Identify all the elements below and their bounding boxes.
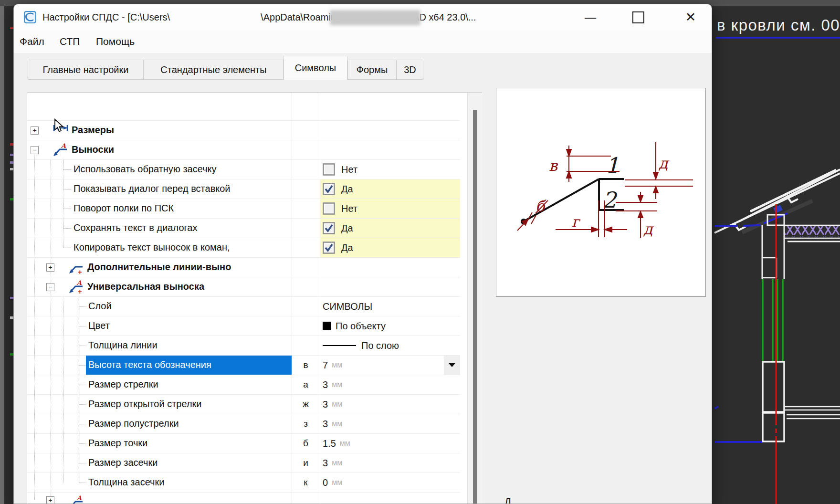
value-cell[interactable]: 1.5мм (320, 434, 460, 453)
symbol-preview-panel: 1 2 (496, 88, 706, 297)
tree-row-толщина-засечки[interactable]: Толщина засечкик0мм (27, 473, 482, 493)
expand-plus-box[interactable]: + (46, 263, 54, 272)
tree-item-label: Высота текста обозначения (88, 359, 211, 370)
expand-plus-box[interactable]: + (46, 496, 54, 504)
value-cell[interactable]: Нет (320, 199, 460, 218)
tree-item-label: Цвет (88, 320, 110, 331)
value-cell[interactable]: 3мм (320, 453, 460, 472)
tree-connector (63, 248, 71, 249)
left-panel-edge (0, 6, 4, 504)
tree-row-размер-полустрелки[interactable]: Размер полустрелкиз3мм (27, 414, 482, 434)
tree-item-label: Толщина засечки (88, 477, 164, 488)
tree-row-толщина-линии[interactable]: Толщина линииПо слою (27, 336, 482, 356)
value-cell[interactable]: По объекту (320, 316, 460, 336)
value-cell[interactable]: Да (320, 179, 460, 199)
number-value: 3 (323, 399, 328, 410)
collapse-minus-box[interactable]: − (46, 283, 54, 291)
leader-plus-icon: + (67, 261, 85, 275)
spds-settings-dialog: Настройки СПДС - [C:\Users\\AppData\Roam… (13, 4, 712, 504)
checkbox-checked[interactable] (323, 183, 335, 195)
svg-text:+: + (78, 268, 82, 275)
tree-row-слой[interactable]: СлойСИМВОЛЫ (27, 297, 482, 316)
scrollbar-thumb[interactable] (473, 110, 477, 504)
tree-row-размер-точки[interactable]: Размер точкиб1.5мм (27, 434, 482, 453)
title-bar[interactable]: Настройки СПДС - [C:\Users\\AppData\Roam… (14, 4, 712, 30)
tree-connector (63, 189, 71, 190)
scrollbar-track[interactable] (467, 93, 482, 504)
tree-row-универсальная-выноска[interactable]: −A+Универсальная выноска (27, 277, 482, 297)
menu-item-3[interactable]: Помощь (96, 30, 135, 53)
tree-item-label: Поворот полки по ПСК (74, 203, 174, 214)
maximize-button[interactable] (624, 4, 652, 30)
tree-connector (63, 228, 71, 229)
bool-value-text: Да (341, 223, 353, 234)
lineweight-sample (323, 345, 356, 346)
value-cell[interactable]: 0мм (320, 473, 460, 492)
menu-item-2[interactable]: СТП (60, 30, 80, 53)
tab-главные-настройки[interactable]: Главные настройки (28, 60, 144, 80)
parameter-letter: а (292, 379, 320, 390)
expand-plus-box[interactable]: + (31, 126, 39, 135)
tree-row-дополнительные-линии-выно[interactable]: ++Дополнительные линии-выно (27, 258, 482, 277)
grid-divider (320, 93, 320, 504)
maximize-icon (632, 11, 644, 23)
tree-row-размер-засечки[interactable]: Размер засечкии3мм (27, 453, 482, 473)
tree-row-размеры[interactable]: +Размеры (27, 121, 482, 140)
checkbox-checked[interactable] (323, 242, 335, 254)
value-cell[interactable]: По слою (320, 336, 460, 355)
checkbox-unchecked[interactable] (323, 163, 335, 176)
tree-row-использовать-обратную-засечку[interactable]: Использовать обратную засечкуНет (27, 160, 482, 179)
label-d-bottom: д (643, 220, 654, 238)
checkbox-unchecked[interactable] (323, 202, 335, 215)
tree-item-label: Сохранять текст в диалогах (74, 222, 198, 233)
label-v: в (549, 157, 558, 175)
value-cell[interactable]: 3мм (320, 414, 460, 433)
bool-value-text: Да (341, 242, 353, 253)
checkbox-checked[interactable] (323, 222, 335, 234)
value-cell[interactable]: 3мм (320, 375, 460, 394)
tree-connector (79, 404, 86, 405)
tree-row-размер-стрелки[interactable]: Размер стрелкиа3мм (27, 375, 482, 395)
tree-item-label: Показывать диалог перед вставкой (74, 183, 231, 194)
menu-item-1[interactable]: Файл (20, 30, 44, 53)
tree-item-label: Копировать текст выносок в коман, (74, 242, 230, 253)
app-icon (23, 10, 37, 24)
tree-row[interactable]: +A (27, 493, 482, 504)
tree-row (27, 93, 482, 121)
tree-item-label: Размер засечки (88, 457, 158, 468)
tree-row-поворот-полки-по-пск[interactable]: Поворот полки по ПСКНет (27, 199, 482, 219)
tab-символы[interactable]: Символы (284, 56, 347, 80)
close-button[interactable]: ✕ (676, 4, 705, 30)
mouse-cursor-icon (53, 118, 66, 133)
tree-row-выноски[interactable]: −AВыноски (27, 140, 482, 160)
tree-guide-line (34, 150, 35, 500)
tree-connector (79, 424, 86, 425)
tree-row-сохранять-текст-в-диалогах[interactable]: Сохранять текст в диалогахДа (27, 219, 482, 238)
tab-3d[interactable]: 3D (397, 60, 423, 80)
label-b: б (536, 197, 546, 215)
value-dropdown-button[interactable] (444, 356, 460, 375)
title-path-prefix: Настройки СПДС - [C:\Users\ (42, 12, 170, 23)
minimize-button[interactable]: — (576, 4, 605, 30)
tree-guide-line (51, 160, 52, 499)
tree-row-копировать-текст-выносок-в-коман-[interactable]: Копировать текст выносок в коман,Да (27, 238, 482, 258)
tab-стандартные-элементы[interactable]: Стандартные элементы (144, 60, 284, 80)
tree-connector (79, 443, 86, 444)
collapse-minus-box[interactable]: − (31, 146, 39, 154)
value-cell[interactable]: 7мм (320, 356, 460, 375)
tree-row-показывать-диалог-перед-вставкой[interactable]: Показывать диалог перед вставкойДа (27, 179, 482, 199)
value-cell[interactable]: Нет (320, 160, 460, 179)
tree-connector (63, 209, 71, 210)
tab-формы[interactable]: Формы (347, 60, 397, 80)
tree-row-размер-открытой-стрелки[interactable]: Размер открытой стрелкиж3мм (27, 395, 482, 414)
tree-connector (79, 463, 86, 464)
value-cell[interactable]: Да (320, 238, 460, 257)
value-cell[interactable]: Да (320, 219, 460, 238)
color-value: По объекту (336, 321, 386, 332)
tree-row-высота-текста-обозначения[interactable]: Высота текста обозначенияв7мм (27, 356, 482, 375)
value-cell[interactable]: 3мм (320, 395, 460, 414)
grid-gutter (460, 93, 467, 504)
tree-row-цвет[interactable]: ЦветПо объекту (27, 316, 482, 336)
color-swatch (323, 322, 331, 330)
value-cell[interactable]: СИМВОЛЫ (320, 297, 460, 316)
